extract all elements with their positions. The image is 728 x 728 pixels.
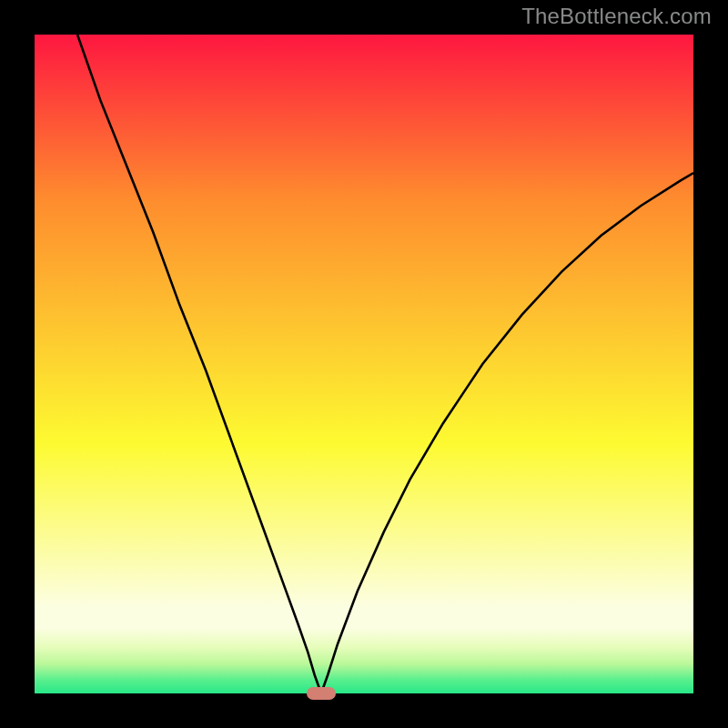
gradient-background (35, 35, 693, 693)
bottleneck-chart (35, 35, 693, 693)
watermark-text: TheBottleneck.com (521, 4, 712, 29)
minimum-marker (307, 687, 336, 700)
chart-frame: TheBottleneck.com (0, 0, 728, 728)
